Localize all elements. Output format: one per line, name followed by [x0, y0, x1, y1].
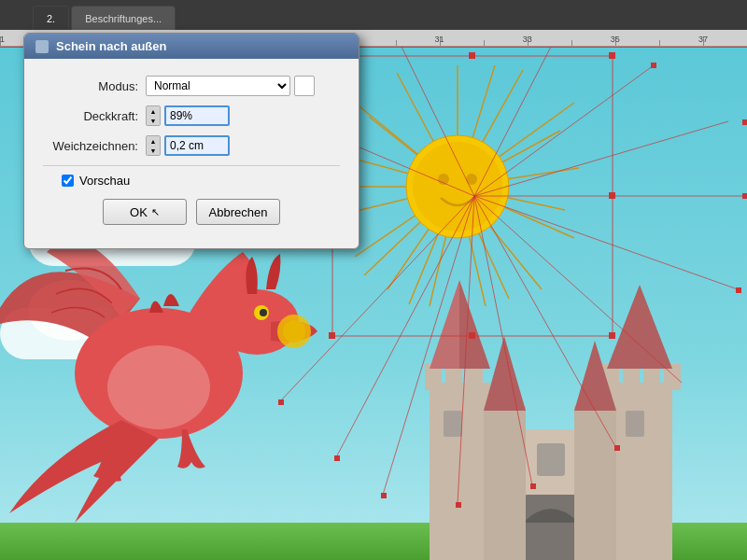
- weichzeichnen-spinner[interactable]: ▲ ▼: [146, 135, 161, 156]
- weichzeichnen-down[interactable]: ▼: [147, 146, 160, 155]
- tab-bar: 2. Beschriftunges...: [0, 0, 374, 30]
- svg-rect-53: [626, 411, 644, 437]
- deckkraft-row: Deckkraft: ▲ ▼: [43, 105, 340, 126]
- svg-point-25: [466, 174, 477, 185]
- modus-control: Normal: [146, 76, 315, 96]
- dialog: Schein nach außen Modus: Normal Deckkraf…: [23, 33, 359, 249]
- svg-point-23: [413, 142, 502, 231]
- svg-rect-33: [430, 383, 490, 560]
- deckkraft-input[interactable]: [164, 105, 230, 126]
- deckkraft-up[interactable]: ▲: [147, 106, 160, 116]
- cursor-icon: ↖: [151, 206, 160, 218]
- ok-button[interactable]: OK ↖: [103, 199, 187, 225]
- dialog-title-icon: [35, 40, 49, 53]
- weichzeichnen-control: ▲ ▼: [146, 135, 230, 156]
- dialog-title: Schein nach außen: [24, 34, 359, 59]
- divider: [43, 165, 340, 166]
- deckkraft-spinner[interactable]: ▲ ▼: [146, 105, 161, 126]
- tab-2[interactable]: Beschriftunges...: [71, 6, 176, 30]
- svg-rect-47: [537, 443, 565, 476]
- castle: [402, 271, 700, 560]
- ok-label: OK: [130, 205, 148, 219]
- cancel-button[interactable]: Abbrechen: [196, 199, 280, 225]
- modus-row: Modus: Normal: [43, 76, 340, 96]
- svg-rect-52: [444, 411, 462, 437]
- weichzeichnen-row: Weichzeichnen: ▲ ▼: [43, 135, 340, 156]
- preview-label[interactable]: Vorschau: [79, 174, 130, 188]
- weichzeichnen-up[interactable]: ▲: [147, 136, 160, 146]
- dialog-body: Modus: Normal Deckkraft: ▲ ▼ Weichzeichn…: [24, 59, 359, 234]
- svg-rect-39: [607, 383, 672, 560]
- deckkraft-control: ▲ ▼: [146, 105, 230, 126]
- deckkraft-down[interactable]: ▼: [147, 116, 160, 125]
- svg-point-29: [260, 309, 267, 316]
- preview-checkbox[interactable]: [62, 175, 74, 187]
- tab-2-label: Beschriftunges...: [85, 13, 162, 24]
- weichzeichnen-label: Weichzeichnen:: [43, 139, 146, 153]
- deckkraft-label: Deckkraft:: [43, 109, 146, 123]
- svg-point-24: [438, 174, 449, 185]
- top-bar: 2. Beschriftunges...: [0, 0, 747, 30]
- button-row: OK ↖ Abbrechen: [43, 191, 340, 225]
- svg-marker-44: [607, 285, 672, 369]
- weichzeichnen-input[interactable]: [164, 135, 230, 156]
- svg-point-31: [283, 320, 305, 343]
- modus-select[interactable]: Normal: [146, 76, 290, 96]
- svg-marker-37: [459, 280, 490, 369]
- color-swatch[interactable]: [294, 76, 315, 96]
- tab-1[interactable]: 2.: [33, 6, 69, 30]
- dialog-title-text: Schein nach außen: [56, 39, 166, 53]
- tab-1-label: 2.: [47, 13, 55, 24]
- modus-label: Modus:: [43, 79, 146, 93]
- svg-marker-38: [430, 280, 459, 369]
- svg-marker-49: [484, 336, 526, 411]
- svg-rect-50: [574, 406, 616, 560]
- svg-point-32: [107, 345, 210, 429]
- cancel-label: Abbrechen: [209, 205, 268, 219]
- svg-rect-48: [484, 406, 526, 560]
- preview-row: Vorschau: [43, 174, 340, 188]
- svg-rect-46: [523, 495, 579, 560]
